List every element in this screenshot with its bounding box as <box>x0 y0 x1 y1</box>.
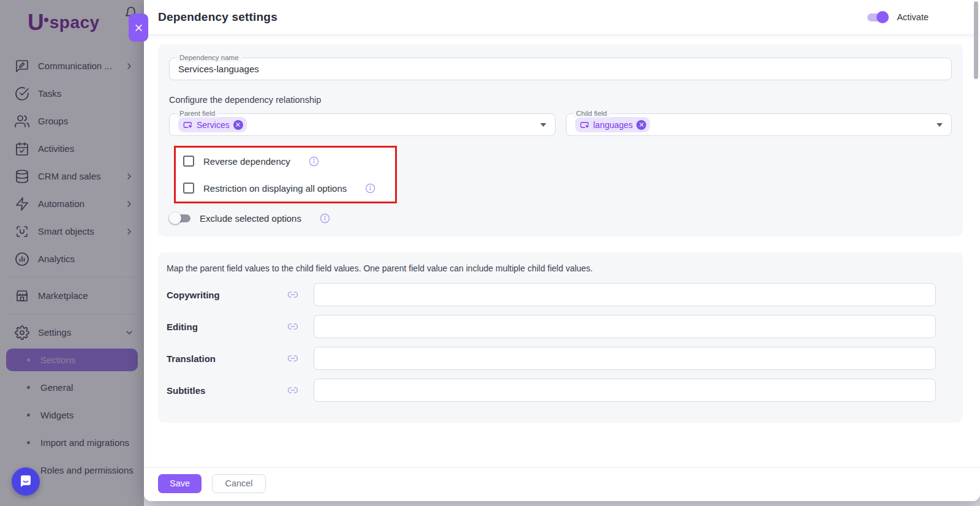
value-mapping-panel: Map the parent field values to the child… <box>158 252 963 423</box>
dialog-title: Dependency settings <box>158 10 277 24</box>
dependency-name-label: Dependency name <box>176 53 242 62</box>
parent-field-label: Parent field <box>176 109 218 118</box>
child-field-select[interactable]: Child field languages <box>566 113 952 136</box>
field-type-icon <box>183 120 193 130</box>
dropdown-arrow-icon <box>540 123 546 127</box>
reverse-dependency-checkbox[interactable] <box>183 156 194 167</box>
parent-field-select[interactable]: Parent field Services <box>169 113 556 136</box>
parent-value-label: Translation <box>167 353 287 364</box>
close-dialog-button[interactable] <box>129 13 148 42</box>
child-values-input[interactable] <box>314 315 936 338</box>
dialog-body: Dependency name Configure the dependency… <box>144 35 980 423</box>
sidebar: U spacy Communication ... Tasks Groups <box>0 0 144 506</box>
info-icon[interactable] <box>365 183 375 194</box>
chip-delete-icon[interactable] <box>636 120 646 130</box>
parent-value-label: Copywriting <box>167 290 287 300</box>
link-icon <box>287 289 314 301</box>
child-values-input[interactable] <box>314 347 936 370</box>
child-values-input[interactable] <box>314 283 936 306</box>
save-button[interactable]: Save <box>158 474 202 493</box>
dependency-settings-dialog: Dependency settings Activate Dependency … <box>144 0 980 501</box>
mapping-row-translation: Translation <box>167 347 936 370</box>
activate-control: Activate <box>866 11 929 23</box>
chat-widget-button[interactable] <box>12 467 40 496</box>
child-field-label: Child field <box>573 109 611 118</box>
cancel-button[interactable]: Cancel <box>212 474 266 493</box>
configure-heading: Configure the dependency relationship <box>169 95 952 105</box>
activate-toggle[interactable] <box>866 11 889 23</box>
field-type-icon <box>580 120 590 130</box>
parent-child-fields-row: Parent field Services Child field <box>169 113 952 136</box>
exclude-options-row: Exclude selected options <box>169 210 953 227</box>
mapping-row-copywriting: Copywriting <box>167 283 936 306</box>
close-icon <box>134 23 143 32</box>
dependency-name-input[interactable] <box>178 64 943 74</box>
checkbox-label: Reverse dependency <box>203 156 290 167</box>
activate-label: Activate <box>897 12 929 22</box>
exclude-options-toggle[interactable] <box>169 212 192 224</box>
parent-field-chip: Services <box>178 117 247 132</box>
dropdown-arrow-icon <box>937 123 943 127</box>
parent-value-label: Subtitles <box>167 385 287 396</box>
info-icon[interactable] <box>320 213 330 224</box>
chip-delete-icon[interactable] <box>233 120 243 130</box>
mapping-row-subtitles: Subtitles <box>167 379 936 402</box>
mapping-row-editing: Editing <box>167 315 936 338</box>
scrollbar-thumb[interactable] <box>974 1 978 79</box>
mapping-heading: Map the parent field values to the child… <box>167 263 936 273</box>
restriction-options-checkbox[interactable] <box>183 183 194 194</box>
checkbox-label: Restriction on displaying all options <box>203 183 347 194</box>
child-field-chip: languages <box>575 117 650 132</box>
dependency-config-panel: Dependency name Configure the dependency… <box>158 44 963 236</box>
link-icon <box>287 320 314 333</box>
chat-bubble-smile-icon <box>18 474 34 489</box>
reverse-dependency-row: Reverse dependency <box>183 150 388 172</box>
link-icon <box>287 384 314 396</box>
dialog-header: Dependency settings Activate <box>144 0 980 35</box>
dependency-name-field: Dependency name <box>169 58 952 80</box>
restriction-options-row: Restriction on displaying all options <box>183 177 388 199</box>
child-values-input[interactable] <box>314 379 936 402</box>
info-icon[interactable] <box>309 156 319 167</box>
sidebar-dim-overlay <box>0 0 144 506</box>
parent-value-label: Editing <box>167 322 287 332</box>
exclude-options-label: Exclude selected options <box>200 213 301 224</box>
dialog-footer: Save Cancel <box>144 467 980 501</box>
parent-chip-label: Services <box>197 120 230 130</box>
child-chip-label: languages <box>594 120 633 130</box>
red-annotation-box: Reverse dependency Restriction on displa… <box>174 146 397 203</box>
link-icon <box>287 352 314 364</box>
